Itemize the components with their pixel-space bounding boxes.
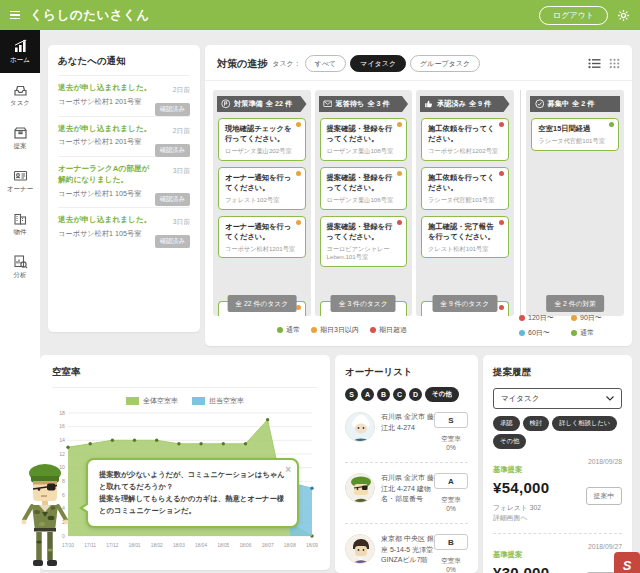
- filter-my-tasks[interactable]: マイタスク: [350, 55, 406, 72]
- notification-title[interactable]: 退去が申し込まれました。: [58, 215, 155, 226]
- rank-filter-a[interactable]: A: [361, 388, 374, 401]
- legend-dot: [519, 315, 525, 321]
- filter-all[interactable]: すべて: [305, 55, 347, 72]
- sidebar-item-properties[interactable]: 物件: [0, 202, 40, 245]
- notification-title[interactable]: 退去が申し込まれました。: [58, 124, 155, 135]
- column-count: 全 22 件: [266, 99, 292, 109]
- svg-text:18/01: 18/01: [129, 543, 141, 548]
- notification-item[interactable]: オーナーランクAの部屋が解約になりました。 3日前 コーポサン松村1 105号室…: [58, 157, 190, 208]
- task-card[interactable]: オーナー通知を行ってください。 フォレスト102号室: [218, 167, 306, 210]
- owner-list-panel: オーナーリスト S A B C D その他 石川県 金沢市 藤江北 4-274 …: [335, 355, 478, 573]
- owner-address: 東京都 中央区 銀座 5-14-5 光澤堂GINZAビル7階: [381, 534, 434, 573]
- filter-other[interactable]: その他: [493, 434, 526, 449]
- task-card[interactable]: オーナー通知を行ってください。 コーポサン松村1201号室: [218, 216, 306, 259]
- rank-filter-d[interactable]: D: [409, 388, 422, 401]
- confirmed-badge: 確認済み: [155, 103, 190, 116]
- legend-label: 通常: [286, 325, 300, 335]
- rank-filter-b[interactable]: B: [377, 388, 390, 401]
- status-dot: [296, 122, 301, 127]
- filter-consult[interactable]: 詳しく相談したい: [552, 416, 617, 431]
- sidebar-item-home[interactable]: ホーム: [0, 30, 40, 73]
- legend-dot: [277, 327, 283, 333]
- gear-icon[interactable]: [617, 9, 630, 22]
- close-icon[interactable]: ×: [285, 462, 291, 478]
- task-card[interactable]: 現地確認チェックを行ってください。 ローザンヌ葉山202号室: [218, 118, 306, 161]
- widget-button[interactable]: S: [614, 552, 640, 573]
- proposal-property: フォレスト 302: [493, 504, 541, 511]
- task-property: コーポサン松村1201号室: [225, 245, 299, 253]
- grid-view-icon[interactable]: [609, 58, 620, 69]
- sidebar-item-analytics[interactable]: 分析: [0, 245, 40, 288]
- column-footer-button[interactable]: 全 2 件の対策: [546, 295, 604, 312]
- legend-dot: [519, 330, 525, 336]
- owner-row[interactable]: 石川県 金沢市 藤江北 4-274 建物名・部屋番号 A 空室率0%: [345, 463, 468, 524]
- task-scope-select[interactable]: マイタスク: [493, 388, 622, 409]
- sidebar-item-tasks[interactable]: タスク: [0, 73, 40, 116]
- proposal-history-title: 提案履歴: [493, 366, 622, 379]
- svg-text:18/08: 18/08: [284, 543, 296, 548]
- task-status-legend: 通常 期日3日以内 期日超過: [277, 325, 407, 335]
- rank-filter-c[interactable]: C: [393, 388, 406, 401]
- notification-property: コーポサン松村1 201号室: [58, 97, 150, 107]
- legend-label: 期日超過: [379, 325, 407, 335]
- status-dot: [397, 220, 402, 225]
- column-footer-button[interactable]: 全 3 件のタスク: [331, 295, 396, 312]
- notification-title[interactable]: オーナーランクAの部屋が解約になりました。: [58, 164, 155, 186]
- chart-legend: 全体空室率 担当空室率: [52, 396, 318, 406]
- task-card[interactable]: 施工依頼を行ってください。 ラシーヌ代官館101号室: [421, 167, 509, 210]
- app-logo: くらしのたいさくん: [30, 7, 150, 24]
- confirmed-badge: 確認済み: [155, 235, 190, 248]
- status-dot: [296, 171, 301, 176]
- svg-text:14: 14: [59, 437, 65, 443]
- sidebar-label: 提案: [14, 142, 27, 151]
- column-title: 募集中: [547, 99, 569, 109]
- filter-considering[interactable]: 検討: [523, 416, 550, 431]
- top-bar: くらしのたいさくん ログアウト: [0, 0, 640, 30]
- flag-icon: [221, 99, 231, 109]
- status-dot: [397, 122, 402, 127]
- column-header: 募集中 全 2 件: [530, 96, 620, 112]
- legend-dot: [571, 315, 577, 321]
- logout-button[interactable]: ログアウト: [539, 6, 608, 25]
- notification-item[interactable]: 退去が申し込まれました。 2日前 コーポサン松村1 201号室 確認済み: [58, 76, 190, 117]
- notification-item[interactable]: 退去が申し込まれました。 2日前 コーポサン松村1 201号室 確認済み: [58, 117, 190, 158]
- task-title: 現地確認チェックを行ってください。: [225, 124, 299, 144]
- column-footer-button[interactable]: 全 9 件のタスク: [432, 295, 497, 312]
- owner-address: 石川県 金沢市 藤江北 4-274: [381, 412, 434, 452]
- filter-group-tasks[interactable]: グループタスク: [410, 55, 480, 72]
- proposal-entry: 基準提案 2018/09/27 ¥30,000 ローザンヌ葉山 203詳細画面へ…: [493, 534, 622, 573]
- progress-header: 対策の進捗 タスク： すべて マイタスク グループタスク: [205, 45, 632, 81]
- proposal-status-button[interactable]: 提案中: [586, 487, 622, 505]
- column-footer-button[interactable]: 全 22 件のタスク: [227, 295, 296, 312]
- task-card[interactable]: 空室15日間経過 ラシーヌ代官館101号室: [531, 118, 619, 151]
- sidebar-item-proposals[interactable]: 提案: [0, 116, 40, 159]
- task-card[interactable]: 施工確認・完了報告を行ってください。 クレスト松村101号室: [421, 216, 509, 259]
- owner-avatar: [345, 534, 375, 564]
- column-title: 返答待ち: [336, 99, 365, 109]
- notification-time: 3日前: [173, 217, 190, 227]
- sidebar-item-owners[interactable]: オーナー: [0, 159, 40, 202]
- kanban-column-preparation: 対策準備 全 22 件 現地確認チェックを行ってください。 ローザンヌ葉山202…: [213, 90, 311, 316]
- svg-text:18/05: 18/05: [217, 543, 229, 548]
- owner-row[interactable]: 石川県 金沢市 藤江北 4-274 S 空室率0%: [345, 402, 468, 463]
- progress-panel: 対策の進捗 タスク： すべて マイタスク グループタスク 対策準備 全 22 件: [205, 45, 632, 346]
- chart-icon: [13, 39, 28, 54]
- rank-filter-other[interactable]: その他: [425, 387, 459, 402]
- rank-filter-s[interactable]: S: [345, 388, 358, 401]
- menu-icon[interactable]: [10, 11, 20, 20]
- recruiting-legend: 120日〜 90日〜 60日〜 通常: [519, 313, 623, 338]
- notification-title[interactable]: 退去が申し込まれました。: [58, 83, 155, 94]
- task-card[interactable]: 提案確認・登録を行ってください。 ローザンヌ葉山106号室: [320, 167, 408, 210]
- thumbs-up-icon: [424, 99, 434, 109]
- notification-property: コーポサン松村1 105号室: [58, 189, 150, 199]
- detail-link[interactable]: 詳細画面へ: [493, 514, 527, 521]
- owner-row[interactable]: 東京都 中央区 銀座 5-14-5 光澤堂GINZAビル7階 B 空室率0%: [345, 524, 468, 573]
- filter-approved[interactable]: 承認: [493, 416, 520, 431]
- task-card[interactable]: 提案確認・登録を行ってください。 ローザンヌ葉山108号室: [320, 118, 408, 161]
- column-header: 返答待ち 全 3 件: [319, 96, 409, 112]
- sidebar-label: オーナー: [7, 185, 33, 194]
- list-view-icon[interactable]: [588, 58, 601, 69]
- task-card[interactable]: 提案確認・登録を行ってください。 ヨーロピアンシャレーLeben.101号室: [320, 216, 408, 267]
- notification-item[interactable]: 退去が申し込まれました。 3日前 コーポサン松村1 105号室 確認済み: [58, 208, 190, 248]
- task-card[interactable]: 施工依頼を行ってください。 コーポサン松村1202号室: [421, 118, 509, 161]
